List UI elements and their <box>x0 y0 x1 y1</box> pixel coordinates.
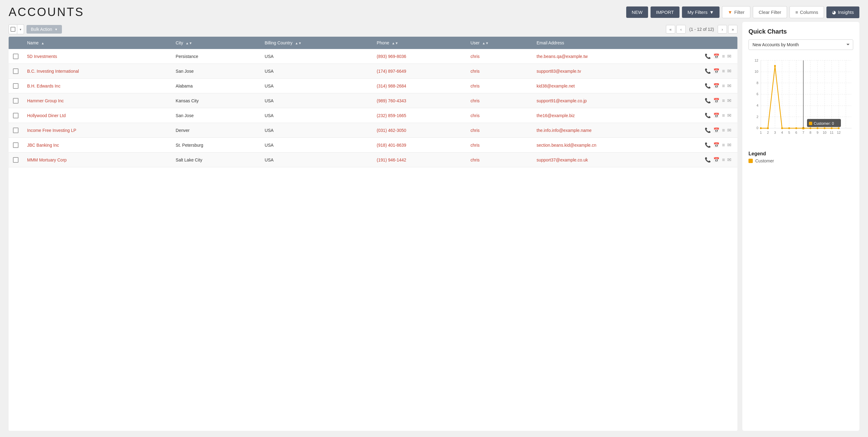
phone-action-icon[interactable]: 📞 <box>705 98 711 104</box>
user-link[interactable]: chris <box>470 84 479 88</box>
insights-button[interactable]: ◕ Insights <box>827 6 859 18</box>
last-page-button[interactable]: » <box>728 25 737 34</box>
row-city: Kansas City <box>171 93 260 108</box>
phone-action-icon[interactable]: 📞 <box>705 142 711 148</box>
email-link[interactable]: support37@example.co.uk <box>536 157 588 163</box>
user-link[interactable]: chris <box>470 143 479 148</box>
list-action-icon[interactable]: ≡ <box>722 127 725 133</box>
email-action-icon[interactable]: ✉ <box>727 53 731 59</box>
list-action-icon[interactable]: ≡ <box>722 113 725 118</box>
calendar-action-icon[interactable]: 📅 <box>713 68 719 74</box>
user-link[interactable]: chris <box>470 98 479 103</box>
phone-link[interactable]: (314) 988-2684 <box>377 84 406 88</box>
prev-page-button[interactable]: ‹ <box>676 25 686 34</box>
import-button[interactable]: IMPORT <box>651 6 680 18</box>
chart-tooltip-text: Customer: 0 <box>814 121 834 126</box>
col-city[interactable]: City ▲▼ <box>171 37 260 49</box>
row-checkbox[interactable] <box>13 98 19 104</box>
phone-action-icon[interactable]: 📞 <box>705 157 711 163</box>
email-link[interactable]: kid38@example.net <box>536 84 575 88</box>
row-checkbox[interactable] <box>13 157 19 163</box>
phone-link[interactable]: (174) 897-6649 <box>377 69 406 74</box>
email-action-icon[interactable]: ✉ <box>727 157 731 163</box>
clear-filter-button[interactable]: Clear Filter <box>753 6 787 18</box>
phone-link[interactable]: (893) 969-8036 <box>377 54 406 59</box>
bulk-action-button[interactable]: Bulk Action ▼ <box>27 25 62 34</box>
calendar-action-icon[interactable]: 📅 <box>713 53 719 59</box>
phone-link[interactable]: (232) 859-1665 <box>377 113 406 118</box>
select-all-checkbox[interactable] <box>9 24 17 34</box>
user-link[interactable]: chris <box>470 113 479 118</box>
account-name-link[interactable]: B.C. Investing International <box>27 69 79 74</box>
account-name-link[interactable]: Income Free Investing LP <box>27 128 76 133</box>
columns-button[interactable]: ≡ Columns <box>789 6 824 18</box>
phone-action-icon[interactable]: 📞 <box>705 113 711 118</box>
col-user[interactable]: User ▲▼ <box>466 37 532 49</box>
calendar-action-icon[interactable]: 📅 <box>713 98 719 104</box>
list-action-icon[interactable]: ≡ <box>722 83 725 89</box>
email-link[interactable]: the.beans.qa@example.tw <box>536 54 588 59</box>
list-action-icon[interactable]: ≡ <box>722 98 725 104</box>
row-checkbox[interactable] <box>13 113 19 118</box>
email-link[interactable]: support91@example.co.jp <box>536 98 587 103</box>
chart-select[interactable]: New Accounts by MonthAccounts by TypeAcc… <box>748 39 853 50</box>
email-action-icon[interactable]: ✉ <box>727 142 731 148</box>
account-name-link[interactable]: MMM Mortuary Corp <box>27 157 66 163</box>
user-link[interactable]: chris <box>470 54 479 59</box>
checkbox-dropdown-arrow[interactable]: ▾ <box>17 24 24 34</box>
email-action-icon[interactable]: ✉ <box>727 83 731 89</box>
email-action-icon[interactable]: ✉ <box>727 113 731 118</box>
user-link[interactable]: chris <box>470 157 479 163</box>
col-name[interactable]: Name ▲ <box>23 37 171 49</box>
user-link[interactable]: chris <box>470 128 479 133</box>
email-action-icon[interactable]: ✉ <box>727 68 731 74</box>
phone-link[interactable]: (918) 401-8639 <box>377 143 406 148</box>
email-link[interactable]: the.info.info@example.name <box>536 128 591 133</box>
phone-action-icon[interactable]: 📞 <box>705 127 711 133</box>
chart-line <box>761 66 839 128</box>
account-name-link[interactable]: JBC Banking Inc <box>27 143 59 148</box>
email-link[interactable]: the16@example.biz <box>536 113 575 118</box>
email-action-icon[interactable]: ✉ <box>727 98 731 104</box>
svg-text:6: 6 <box>795 131 797 134</box>
row-actions-cell: 📞 📅 ≡ ✉ <box>701 93 737 108</box>
calendar-action-icon[interactable]: 📅 <box>713 127 719 133</box>
phone-action-icon[interactable]: 📞 <box>705 68 711 74</box>
col-billing-country[interactable]: Billing Country ▲▼ <box>260 37 372 49</box>
row-checkbox[interactable] <box>13 68 19 74</box>
list-action-icon[interactable]: ≡ <box>722 157 725 163</box>
row-checkbox[interactable] <box>13 127 19 133</box>
my-filters-button[interactable]: My Filters ▼ <box>682 6 719 18</box>
calendar-action-icon[interactable]: 📅 <box>713 113 719 118</box>
filter-button[interactable]: ▼ Filter <box>722 6 750 18</box>
row-checkbox[interactable] <box>13 142 19 148</box>
col-phone[interactable]: Phone ▲▼ <box>372 37 466 49</box>
calendar-action-icon[interactable]: 📅 <box>713 157 719 163</box>
row-checkbox[interactable] <box>13 83 19 89</box>
row-checkbox-cell <box>9 123 23 138</box>
row-email: kid38@example.net <box>532 79 701 93</box>
row-checkbox[interactable] <box>13 54 19 59</box>
email-link[interactable]: support83@example.tv <box>536 69 581 74</box>
phone-action-icon[interactable]: 📞 <box>705 83 711 89</box>
calendar-action-icon[interactable]: 📅 <box>713 142 719 148</box>
account-name-link[interactable]: Hollywood Diner Ltd <box>27 113 66 118</box>
table-body: 5D Investments Persistance USA (893) 969… <box>9 49 737 167</box>
calendar-action-icon[interactable]: 📅 <box>713 83 719 89</box>
email-link[interactable]: section.beans.kid@example.cn <box>536 143 596 148</box>
phone-link[interactable]: (989) 760-4343 <box>377 98 406 103</box>
first-page-button[interactable]: « <box>666 25 675 34</box>
email-action-icon[interactable]: ✉ <box>727 127 731 133</box>
next-page-button[interactable]: › <box>718 25 727 34</box>
user-link[interactable]: chris <box>470 69 479 74</box>
new-button[interactable]: NEW <box>626 6 648 18</box>
phone-link[interactable]: (031) 462-3050 <box>377 128 406 133</box>
account-name-link[interactable]: Hammer Group Inc <box>27 98 64 103</box>
list-action-icon[interactable]: ≡ <box>722 142 725 148</box>
list-action-icon[interactable]: ≡ <box>722 54 725 59</box>
list-action-icon[interactable]: ≡ <box>722 68 725 74</box>
phone-link[interactable]: (191) 946-1442 <box>377 157 406 163</box>
account-name-link[interactable]: 5D Investments <box>27 54 57 59</box>
account-name-link[interactable]: B.H. Edwards Inc <box>27 84 60 88</box>
phone-action-icon[interactable]: 📞 <box>705 53 711 59</box>
